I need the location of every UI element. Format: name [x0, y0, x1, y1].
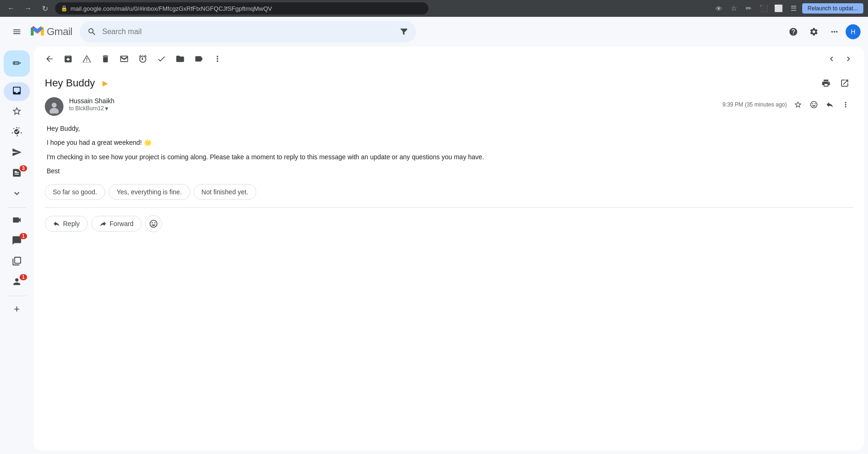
- search-input[interactable]: [102, 28, 393, 36]
- gmail-app: Gmail H: [0, 17, 868, 454]
- url-text: mail.google.com/mail/u/0/#inbox/FMfcgzGx…: [70, 5, 272, 12]
- back-nav-button[interactable]: ←: [5, 2, 18, 15]
- sidebar-item-more[interactable]: [4, 185, 30, 204]
- gmail-topbar: Gmail H: [0, 17, 868, 47]
- relaunch-button[interactable]: Relaunch to updat...: [802, 3, 863, 14]
- svg-point-3: [52, 103, 57, 108]
- compose-button[interactable]: ✏: [4, 50, 30, 77]
- smart-reply-1[interactable]: So far so good.: [45, 184, 105, 200]
- email-subject-actions: [818, 75, 853, 92]
- spaces-icon: [12, 256, 22, 269]
- smart-reply-3[interactable]: Not finished yet.: [194, 184, 256, 200]
- snooze-button[interactable]: [134, 50, 151, 67]
- sidebar-divider-2: [7, 296, 26, 296]
- search-button[interactable]: [87, 27, 97, 36]
- email-navigation: [823, 50, 857, 67]
- print-button[interactable]: [818, 75, 834, 92]
- account-avatar[interactable]: H: [846, 24, 861, 39]
- email-panel: Hey Buddy ►: [34, 47, 864, 450]
- email-divider: [45, 207, 853, 208]
- eye-extension-button[interactable]: 👁: [713, 2, 726, 15]
- sidebar-item-starred[interactable]: [4, 103, 30, 121]
- gmail-body: ✏: [0, 47, 868, 454]
- inbox-icon: [12, 85, 22, 98]
- edit-extension-button[interactable]: ✏: [742, 2, 756, 15]
- reply-row: Reply Forward: [45, 212, 853, 236]
- sidebar-item-snoozed[interactable]: [4, 123, 30, 142]
- forward-button[interactable]: Forward: [91, 216, 141, 232]
- star-email-button[interactable]: [791, 97, 805, 112]
- extension-button-2[interactable]: ⬜: [772, 2, 785, 15]
- move-to-button[interactable]: [172, 50, 189, 67]
- email-header: Hussain Shaikh to BlckBurn12 ▾ 9:39 PM (…: [45, 97, 853, 116]
- sender-info: Hussain Shaikh to BlckBurn12 ▾: [69, 97, 717, 112]
- sidebar-item-meet[interactable]: [4, 212, 30, 230]
- email-toolbar: [34, 47, 864, 71]
- email-actions: [791, 97, 853, 112]
- reload-button[interactable]: ↻: [38, 2, 51, 15]
- forward-nav-button[interactable]: →: [21, 2, 35, 15]
- star-button[interactable]: ☆: [728, 2, 741, 15]
- sidebar-item-sent[interactable]: [4, 144, 30, 163]
- email-timestamp: 9:39 PM (35 minutes ago): [722, 101, 787, 108]
- email-line-2: I hope you had a great weekend! 🌟: [47, 137, 851, 148]
- smart-reply-2[interactable]: Yes, everything is fine.: [109, 184, 190, 200]
- drafts-badge: 3: [20, 165, 27, 171]
- gmail-logo[interactable]: Gmail: [30, 24, 72, 39]
- more-options-button[interactable]: [209, 50, 226, 67]
- topbar-actions: H: [784, 22, 861, 41]
- browser-chrome: ← → ↻ 🔒 mail.google.com/mail/u/0/#inbox/…: [0, 0, 868, 17]
- compose-icon: ✏: [13, 57, 21, 70]
- reply-label: Reply: [63, 220, 80, 227]
- emoji-react-button[interactable]: [806, 97, 821, 112]
- star-icon: [12, 106, 22, 119]
- forward-label: Forward: [110, 220, 133, 227]
- open-in-new-button[interactable]: [836, 75, 853, 92]
- add-app-button[interactable]: +: [7, 300, 26, 319]
- extension-button-1[interactable]: ⬛: [757, 2, 770, 15]
- archive-button[interactable]: [60, 50, 77, 67]
- sidebar-item-chat[interactable]: 1: [4, 232, 30, 251]
- reply-quick-button[interactable]: [822, 97, 837, 112]
- dropdown-arrow-icon: ▾: [105, 105, 108, 112]
- label-button[interactable]: [190, 50, 207, 67]
- delete-button[interactable]: [97, 50, 114, 67]
- gmail-logo-text: Gmail: [47, 26, 72, 38]
- search-bar[interactable]: [80, 21, 416, 43]
- sender-to[interactable]: to BlckBurn12 ▾: [69, 105, 717, 112]
- snoozed-icon: [12, 127, 22, 139]
- menu-button[interactable]: [7, 22, 26, 41]
- report-spam-button[interactable]: [78, 50, 95, 67]
- browser-action-bar: 👁 ☆ ✏ ⬛ ⬜ ☰ Relaunch to updat...: [713, 2, 863, 15]
- back-to-inbox-button[interactable]: [41, 50, 58, 67]
- sidebar-item-drafts[interactable]: 3: [4, 164, 30, 183]
- mark-done-button[interactable]: [153, 50, 170, 67]
- email-subject: Hey Buddy: [45, 77, 95, 89]
- sidebar-item-contacts[interactable]: 1: [4, 273, 30, 292]
- prev-email-button[interactable]: [823, 50, 840, 67]
- sidebar-item-spaces[interactable]: [4, 253, 30, 271]
- email-line-3: I'm checking in to see how your project …: [47, 152, 851, 162]
- chat-badge: 1: [20, 233, 27, 239]
- mark-unread-button[interactable]: [116, 50, 133, 67]
- security-icon: 🔒: [61, 5, 68, 12]
- reply-button[interactable]: Reply: [45, 216, 88, 232]
- more-email-options-button[interactable]: [838, 97, 853, 112]
- extension-button-3[interactable]: ☰: [787, 2, 800, 15]
- email-body: Hey Buddy, I hope you had a great weeken…: [45, 123, 853, 177]
- email-line-1: Hey Buddy,: [47, 123, 851, 134]
- sidebar-divider: [7, 207, 26, 208]
- emoji-reaction-button[interactable]: [145, 215, 162, 232]
- sidebar-item-inbox[interactable]: [4, 82, 30, 101]
- email-meta: 9:39 PM (35 minutes ago): [722, 97, 853, 112]
- address-bar[interactable]: 🔒 mail.google.com/mail/u/0/#inbox/FMfcgz…: [55, 2, 428, 14]
- sender-avatar: [45, 97, 63, 116]
- next-email-button[interactable]: [840, 50, 857, 67]
- sender-name: Hussain Shaikh: [69, 97, 717, 105]
- help-button[interactable]: [784, 22, 803, 41]
- apps-button[interactable]: [825, 22, 844, 41]
- search-filter-button[interactable]: [399, 27, 408, 36]
- sidebar: ✏: [0, 47, 34, 454]
- contacts-badge: 1: [20, 274, 27, 280]
- settings-button[interactable]: [805, 22, 823, 41]
